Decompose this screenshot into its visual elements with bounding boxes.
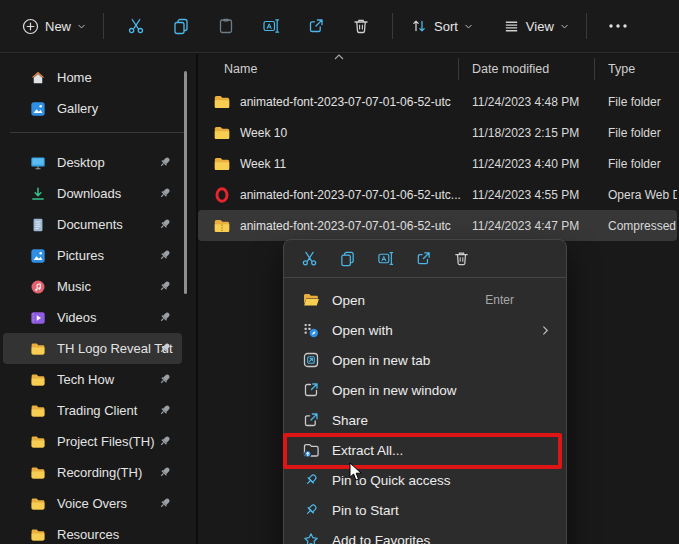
menu-item-share[interactable]: Share [284,405,566,435]
delete-button[interactable] [338,8,383,44]
navigation-pane: Home Gallery Desktop Downloads Documents… [0,54,196,544]
pin-icon [158,279,172,293]
pin-icon [302,501,320,519]
desktop-icon [30,155,46,171]
sidebar-item-pictures[interactable]: Pictures [3,240,182,271]
column-header-date[interactable]: Date modified [465,62,601,76]
rename-button[interactable] [368,245,402,273]
menu-item-open-with[interactable]: Open with [284,315,566,345]
menu-item-pin-to-quick-access[interactable]: Pin to Quick access [284,465,566,495]
sort-ascending-icon [334,54,344,60]
column-headers: Name Date modified Type [198,54,679,84]
column-header-name[interactable]: Name [198,62,465,76]
sidebar-item-label: Tech How [57,372,114,387]
column-header-type[interactable]: Type [601,62,679,76]
file-date: 11/24/2023 4:48 PM [465,95,601,109]
share-button[interactable] [293,8,338,44]
folder-icon [212,93,232,111]
menu-item-label: Extract All... [332,443,403,458]
music-icon [30,279,46,295]
context-menu-quick-actions [284,240,566,277]
file-name: animated-font-2023-07-07-01-06-52-utc [240,95,465,109]
folder-icon [30,527,46,543]
menu-item-open[interactable]: Open Enter [284,285,566,315]
file-row[interactable]: Week 10 11/18/2023 2:15 PM File folder [198,117,677,148]
menu-item-label: Add to Favorites [332,533,430,544]
rename-button[interactable] [248,8,293,44]
new-button[interactable]: New [14,8,94,44]
gallery-icon [30,101,46,117]
open-folder-icon [302,291,320,309]
menu-item-label: Pin to Start [332,503,399,518]
sidebar-item-label: Voice Overs [57,496,127,511]
more-options-icon [608,23,628,29]
new-button-label: New [45,19,71,34]
file-row-selected[interactable]: animated-font-2023-07-07-01-06-52-utc 11… [198,210,677,241]
share-icon [302,411,320,429]
sidebar-item-music[interactable]: Music [3,271,182,302]
more-options-button[interactable] [596,8,641,44]
menu-item-open-in-new-window[interactable]: Open in new window [284,375,566,405]
rename-icon [377,250,394,267]
pin-icon [302,471,320,489]
sidebar-item-documents[interactable]: Documents [3,209,182,240]
view-lines-icon [503,18,520,35]
sidebar-item-home[interactable]: Home [3,62,182,93]
sidebar-item-tech-how[interactable]: Tech How [3,364,182,395]
sidebar-item-gallery[interactable]: Gallery [3,93,182,124]
sidebar-item-resources[interactable]: Resources [3,519,182,544]
file-row[interactable]: Week 11 11/24/2023 4:40 PM File folder [198,148,677,179]
extract-icon [302,441,320,459]
new-window-icon [302,381,320,399]
file-explorer-window: { "colors": { "accent_blue": "#4cb8ea", … [0,0,679,544]
copy-icon [172,17,190,35]
pin-icon [158,248,172,262]
sidebar-item-downloads[interactable]: Downloads [3,178,182,209]
copy-button[interactable] [158,8,203,44]
menu-item-add-to-favorites[interactable]: Add to Favorites [284,525,566,544]
file-type: Compressed (zi [601,219,677,233]
sidebar-item-label: Resources [57,527,119,542]
cut-icon [301,250,318,267]
pictures-icon [30,248,46,264]
delete-button[interactable] [444,245,478,273]
pin-icon [158,217,172,231]
sidebar-item-th-logo-reveal-tut[interactable]: TH Logo Reveal Tut [3,333,182,364]
copy-button[interactable] [330,245,364,273]
sidebar-item-label: Music [57,279,91,294]
folder-icon [212,155,232,173]
folder-icon [30,403,46,419]
paste-button[interactable] [203,8,248,44]
sidebar-scrollbar[interactable] [184,71,187,294]
menu-item-pin-to-start[interactable]: Pin to Start [284,495,566,525]
share-button[interactable] [406,245,440,273]
sidebar-item-label: Recording(TH) [57,465,142,480]
file-row[interactable]: animated-font-2023-07-07-01-06-52-utc 11… [198,86,677,117]
pin-icon [158,496,172,510]
file-row[interactable]: animated-font-2023-07-07-01-06-52-utc...… [198,179,677,210]
sidebar-item-videos[interactable]: Videos [3,302,182,333]
file-date: 11/18/2023 2:15 PM [465,126,601,140]
view-button[interactable]: View [495,8,577,44]
sidebar-item-recording-th[interactable]: Recording(TH) [3,457,182,488]
sidebar-item-voice-overs[interactable]: Voice Overs [3,488,182,519]
folder-icon [30,372,46,388]
view-button-label: View [526,19,554,34]
menu-item-label: Open in new tab [332,353,430,368]
column-divider[interactable] [458,58,459,80]
toolbar-separator [103,13,104,39]
toolbar-separator [586,13,587,39]
sidebar-item-trading-client[interactable]: Trading Client [3,395,182,426]
sort-button[interactable]: Sort [402,8,481,44]
sidebar-item-desktop[interactable]: Desktop [3,147,182,178]
menu-item-extract-all[interactable]: Extract All... [284,435,566,465]
menu-item-open-in-new-tab[interactable]: Open in new tab [284,345,566,375]
downloads-icon [30,186,46,202]
cut-button[interactable] [292,245,326,273]
sidebar-item-project-files-th[interactable]: Project Files(TH) [3,426,182,457]
sort-arrows-icon [410,17,428,35]
cut-button[interactable] [113,8,158,44]
sidebar-item-label: Trading Client [57,403,137,418]
sidebar-item-label: TH Logo Reveal Tut [57,341,173,356]
column-divider[interactable] [594,58,595,80]
